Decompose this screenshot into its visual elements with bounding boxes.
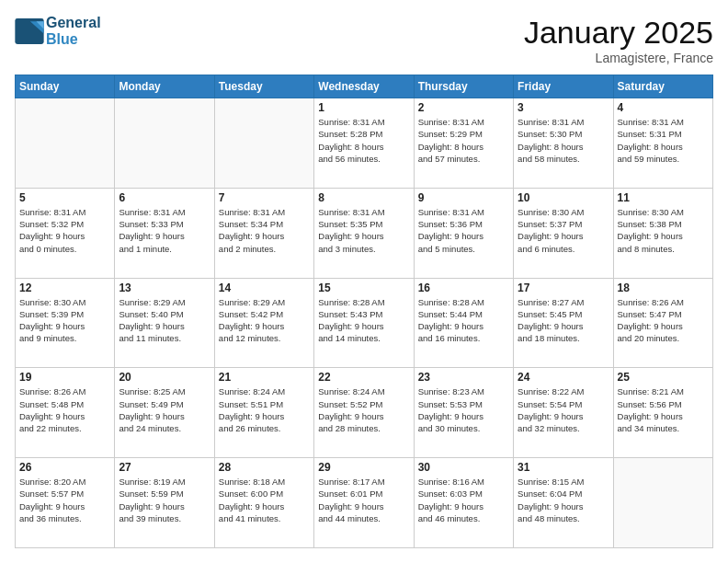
day-info-line: Daylight: 9 hours [318, 410, 409, 422]
day-info: Sunrise: 8:31 AMSunset: 5:29 PMDaylight:… [418, 116, 509, 165]
day-info-line: Sunset: 5:33 PM [119, 218, 210, 230]
day-info-line: and 58 minutes. [518, 153, 609, 165]
day-info-line: Sunset: 5:29 PM [418, 128, 509, 140]
day-info-line: Sunrise: 8:20 AM [19, 476, 110, 488]
calendar-cell [613, 458, 712, 548]
day-info-line: and 20 minutes. [618, 332, 709, 344]
day-info: Sunrise: 8:21 AMSunset: 5:56 PMDaylight:… [618, 385, 709, 434]
day-info-line: Daylight: 9 hours [318, 500, 409, 512]
day-info-line: Daylight: 9 hours [418, 230, 509, 242]
day-info: Sunrise: 8:31 AMSunset: 5:33 PMDaylight:… [119, 206, 210, 255]
day-info-line: Sunrise: 8:27 AM [518, 296, 609, 308]
calendar-cell: 13Sunrise: 8:29 AMSunset: 5:40 PMDayligh… [115, 278, 214, 368]
day-info: Sunrise: 8:28 AMSunset: 5:43 PMDaylight:… [318, 296, 409, 345]
day-info-line: Daylight: 8 hours [618, 141, 709, 153]
calendar-cell: 17Sunrise: 8:27 AMSunset: 5:45 PMDayligh… [514, 278, 613, 368]
calendar-cell: 23Sunrise: 8:23 AMSunset: 5:53 PMDayligh… [414, 368, 513, 458]
calendar-cell [16, 98, 115, 189]
day-info-line: Sunrise: 8:29 AM [219, 296, 310, 308]
day-info-line: and 11 minutes. [119, 332, 210, 344]
day-info: Sunrise: 8:28 AMSunset: 5:44 PMDaylight:… [418, 296, 509, 345]
day-info-line: Daylight: 9 hours [418, 410, 509, 422]
day-info-line: Daylight: 9 hours [418, 500, 509, 512]
day-info-line: Daylight: 9 hours [418, 320, 509, 332]
day-info: Sunrise: 8:30 AMSunset: 5:38 PMDaylight:… [618, 206, 709, 255]
calendar-week-1: 1Sunrise: 8:31 AMSunset: 5:28 PMDaylight… [16, 98, 713, 189]
day-info-line: Sunrise: 8:31 AM [219, 206, 310, 218]
day-info-line: Daylight: 9 hours [19, 230, 110, 242]
day-info-line: Sunset: 5:45 PM [518, 308, 609, 320]
day-info-line: Sunrise: 8:18 AM [219, 476, 310, 488]
day-number: 3 [518, 101, 609, 114]
day-info-line: Sunset: 5:38 PM [618, 218, 709, 230]
day-info-line: and 28 minutes. [318, 422, 409, 434]
logo: General Blue [15, 15, 101, 47]
day-info-line: Daylight: 9 hours [19, 410, 110, 422]
day-info-line: Sunrise: 8:19 AM [119, 476, 210, 488]
day-info-line: Sunset: 6:00 PM [219, 488, 310, 500]
day-number: 11 [618, 191, 709, 204]
day-info-line: Sunrise: 8:31 AM [418, 206, 509, 218]
day-info: Sunrise: 8:31 AMSunset: 5:36 PMDaylight:… [418, 206, 509, 255]
day-info-line: and 3 minutes. [318, 243, 409, 255]
day-info: Sunrise: 8:24 AMSunset: 5:52 PMDaylight:… [318, 385, 409, 434]
day-info-line: Sunrise: 8:31 AM [518, 116, 609, 128]
day-info-line: Sunrise: 8:25 AM [119, 385, 210, 397]
day-number: 12 [19, 282, 110, 294]
calendar-cell: 31Sunrise: 8:15 AMSunset: 6:04 PMDayligh… [514, 458, 613, 548]
day-info-line: and 34 minutes. [618, 422, 709, 434]
calendar-week-4: 19Sunrise: 8:26 AMSunset: 5:48 PMDayligh… [16, 368, 713, 458]
day-number: 27 [119, 461, 210, 474]
day-info-line: Sunset: 5:42 PM [219, 308, 310, 320]
calendar-cell: 19Sunrise: 8:26 AMSunset: 5:48 PMDayligh… [16, 368, 115, 458]
day-info-line: and 26 minutes. [219, 422, 310, 434]
day-number: 26 [19, 461, 110, 474]
day-info-line: Sunrise: 8:28 AM [318, 296, 409, 308]
day-info-line: and 39 minutes. [119, 512, 210, 524]
day-number: 6 [119, 191, 210, 204]
day-info-line: and 9 minutes. [19, 332, 110, 344]
day-number: 5 [19, 191, 110, 204]
calendar-cell: 2Sunrise: 8:31 AMSunset: 5:29 PMDaylight… [414, 98, 513, 189]
calendar-cell: 8Sunrise: 8:31 AMSunset: 5:35 PMDaylight… [314, 188, 414, 278]
day-info: Sunrise: 8:30 AMSunset: 5:37 PMDaylight:… [518, 206, 609, 255]
col-thursday: Thursday [414, 75, 513, 98]
day-info-line: Sunset: 5:36 PM [418, 218, 509, 230]
day-number: 29 [318, 461, 409, 474]
day-info: Sunrise: 8:31 AMSunset: 5:30 PMDaylight:… [518, 116, 609, 165]
day-info-line: Daylight: 9 hours [219, 320, 310, 332]
day-number: 25 [618, 371, 709, 384]
day-number: 14 [219, 282, 310, 294]
calendar-cell: 20Sunrise: 8:25 AMSunset: 5:49 PMDayligh… [115, 368, 214, 458]
day-info-line: and 2 minutes. [219, 243, 310, 255]
day-info-line: and 5 minutes. [418, 243, 509, 255]
day-info-line: Sunrise: 8:23 AM [418, 385, 509, 397]
calendar-cell: 30Sunrise: 8:16 AMSunset: 6:03 PMDayligh… [414, 458, 513, 548]
day-info-line: Sunrise: 8:30 AM [518, 206, 609, 218]
day-info-line: Daylight: 9 hours [219, 410, 310, 422]
day-info-line: and 41 minutes. [219, 512, 310, 524]
day-number: 24 [518, 371, 609, 384]
calendar-cell: 6Sunrise: 8:31 AMSunset: 5:33 PMDaylight… [115, 188, 214, 278]
day-info: Sunrise: 8:29 AMSunset: 5:40 PMDaylight:… [119, 296, 210, 345]
day-info-line: and 14 minutes. [318, 332, 409, 344]
day-info-line: Sunset: 5:43 PM [318, 308, 409, 320]
day-info-line: and 1 minute. [119, 243, 210, 255]
day-number: 4 [618, 101, 709, 114]
day-info: Sunrise: 8:24 AMSunset: 5:51 PMDaylight:… [219, 385, 310, 434]
day-info-line: Sunset: 5:37 PM [518, 218, 609, 230]
day-info-line: and 30 minutes. [418, 422, 509, 434]
day-info-line: Sunset: 5:34 PM [219, 218, 310, 230]
day-info-line: and 32 minutes. [518, 422, 609, 434]
day-info-line: Sunrise: 8:31 AM [618, 116, 709, 128]
day-info: Sunrise: 8:26 AMSunset: 5:47 PMDaylight:… [618, 296, 709, 345]
day-number: 21 [219, 371, 310, 384]
day-number: 13 [119, 282, 210, 294]
calendar-week-5: 26Sunrise: 8:20 AMSunset: 5:57 PMDayligh… [16, 458, 713, 548]
day-info-line: Sunset: 5:28 PM [318, 128, 409, 140]
day-info-line: Sunrise: 8:31 AM [318, 206, 409, 218]
calendar-cell: 14Sunrise: 8:29 AMSunset: 5:42 PMDayligh… [214, 278, 313, 368]
day-info-line: and 59 minutes. [618, 153, 709, 165]
day-info: Sunrise: 8:31 AMSunset: 5:34 PMDaylight:… [219, 206, 310, 255]
calendar-week-3: 12Sunrise: 8:30 AMSunset: 5:39 PMDayligh… [16, 278, 713, 368]
